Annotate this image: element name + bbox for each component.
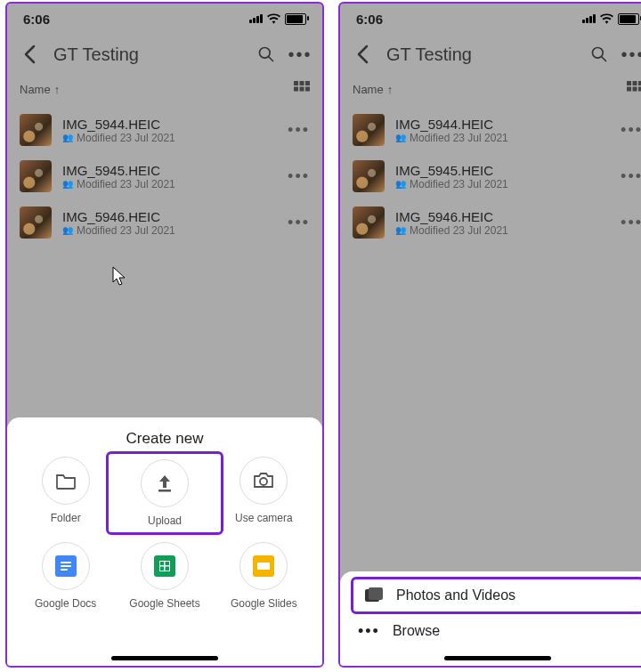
create-slides-label: Google Slides (231, 597, 297, 610)
file-row[interactable]: IMG_5946.HEIC 👥Modified 23 Jul 2021 ••• (340, 199, 641, 246)
folder-icon (55, 472, 77, 490)
shared-icon: 👥 (62, 225, 73, 235)
sort-label: Name (20, 83, 51, 96)
file-more-icon[interactable]: ••• (288, 214, 310, 232)
sort-button[interactable]: Name ↑ (353, 83, 393, 96)
create-docs-label: Google Docs (35, 597, 96, 610)
svg-rect-2 (294, 81, 298, 85)
file-thumbnail (353, 160, 385, 192)
file-more-icon[interactable]: ••• (288, 121, 310, 140)
home-indicator[interactable] (444, 656, 551, 660)
file-row[interactable]: IMG_5944.HEIC 👥Modified 23 Jul 2021 ••• (7, 107, 322, 153)
cellular-icon (249, 14, 263, 23)
svg-rect-3 (300, 81, 304, 85)
camera-icon (252, 472, 275, 490)
create-new-sheet: Create new Folder Upload Use camera Goog… (7, 417, 322, 666)
shared-icon: 👥 (395, 133, 406, 142)
create-sheets-button[interactable]: Google Sheets (115, 542, 214, 610)
file-more-icon[interactable]: ••• (288, 167, 310, 186)
svg-rect-15 (627, 87, 631, 92)
file-more-icon[interactable]: ••• (621, 121, 641, 140)
photos-videos-button[interactable]: Photos and Videos (351, 577, 641, 614)
create-camera-button[interactable]: Use camera (215, 457, 313, 530)
file-row[interactable]: IMG_5945.HEIC 👥Modified 23 Jul 2021 ••• (7, 153, 322, 199)
status-bar: 6:06 (340, 4, 641, 34)
sort-bar: Name ↑ (7, 75, 322, 103)
browse-button[interactable]: ••• Browse (340, 614, 641, 648)
mouse-cursor-icon (112, 266, 126, 286)
phone-screenshot-right: 6:06 GT Testing ••• Name ↑ IMG_5944.HEIC (338, 2, 641, 668)
folder-title: GT Testing (386, 45, 575, 65)
create-sheets-label: Google Sheets (129, 597, 199, 610)
file-more-icon[interactable]: ••• (621, 214, 641, 232)
cellular-icon (582, 14, 596, 23)
wifi-icon (600, 13, 613, 24)
file-name: IMG_5944.HEIC (62, 117, 277, 132)
grid-view-icon[interactable] (294, 81, 310, 97)
shared-icon: 👥 (395, 179, 406, 189)
file-name: IMG_5944.HEIC (395, 117, 610, 132)
svg-rect-5 (294, 87, 298, 92)
upload-icon (156, 474, 174, 493)
photos-icon (364, 587, 384, 604)
file-row[interactable]: IMG_5944.HEIC 👥Modified 23 Jul 2021 ••• (340, 107, 641, 153)
search-icon[interactable] (256, 45, 276, 64)
create-folder-label: Folder (51, 512, 81, 524)
back-icon[interactable] (353, 45, 372, 64)
file-subtitle: Modified 23 Jul 2021 (410, 224, 508, 237)
sort-direction-icon: ↑ (54, 83, 61, 96)
photos-videos-label: Photos and Videos (396, 587, 515, 603)
sort-label: Name (353, 83, 384, 96)
svg-line-1 (269, 57, 273, 61)
file-name: IMG_5945.HEIC (395, 163, 610, 178)
home-indicator[interactable] (111, 656, 218, 660)
file-subtitle: Modified 23 Jul 2021 (410, 178, 508, 190)
slides-icon (253, 555, 274, 577)
file-thumbnail (20, 206, 52, 239)
file-subtitle: Modified 23 Jul 2021 (410, 132, 508, 144)
sort-direction-icon: ↑ (387, 83, 394, 96)
file-subtitle: Modified 23 Jul 2021 (77, 224, 175, 237)
svg-rect-7 (305, 87, 310, 92)
sheet-title: Create new (7, 430, 322, 448)
file-row[interactable]: IMG_5945.HEIC 👥Modified 23 Jul 2021 ••• (340, 153, 641, 199)
app-bar: GT Testing ••• (340, 34, 641, 75)
more-icon[interactable]: ••• (623, 45, 641, 64)
status-time: 6:06 (23, 12, 50, 27)
create-folder-button[interactable]: Folder (16, 457, 115, 530)
file-name: IMG_5945.HEIC (62, 163, 277, 178)
file-row[interactable]: IMG_5946.HEIC 👥Modified 23 Jul 2021 ••• (7, 199, 322, 246)
grid-view-icon[interactable] (627, 81, 641, 97)
svg-point-9 (260, 478, 267, 485)
file-more-icon[interactable]: ••• (621, 167, 641, 186)
file-name: IMG_5946.HEIC (62, 209, 277, 224)
create-upload-button[interactable]: Upload (106, 451, 223, 535)
svg-rect-12 (627, 81, 631, 85)
file-list: IMG_5944.HEIC 👥Modified 23 Jul 2021 ••• … (7, 103, 322, 246)
back-icon[interactable] (20, 45, 39, 64)
status-icons (249, 13, 306, 25)
sort-button[interactable]: Name ↑ (20, 83, 60, 96)
file-subtitle: Modified 23 Jul 2021 (77, 178, 175, 190)
browse-label: Browse (393, 623, 440, 639)
svg-rect-13 (633, 81, 637, 85)
svg-rect-6 (300, 87, 304, 92)
file-thumbnail (353, 206, 385, 239)
create-upload-label: Upload (148, 514, 182, 527)
file-subtitle: Modified 23 Jul 2021 (77, 132, 175, 144)
create-camera-label: Use camera (235, 512, 293, 524)
sort-bar: Name ↑ (340, 75, 641, 103)
create-slides-button[interactable]: Google Slides (215, 542, 313, 610)
file-thumbnail (20, 160, 52, 192)
create-docs-button[interactable]: Google Docs (16, 542, 115, 610)
battery-icon (285, 13, 306, 25)
upload-picker-sheet: Photos and Videos ••• Browse (340, 571, 641, 666)
search-icon[interactable] (589, 45, 609, 64)
shared-icon: 👥 (395, 225, 406, 235)
file-name: IMG_5946.HEIC (395, 209, 610, 224)
more-icon[interactable]: ••• (290, 45, 310, 64)
wifi-icon (267, 13, 280, 24)
svg-rect-16 (633, 87, 637, 92)
file-list: IMG_5944.HEIC 👥Modified 23 Jul 2021 ••• … (340, 103, 641, 246)
file-thumbnail (20, 114, 52, 146)
